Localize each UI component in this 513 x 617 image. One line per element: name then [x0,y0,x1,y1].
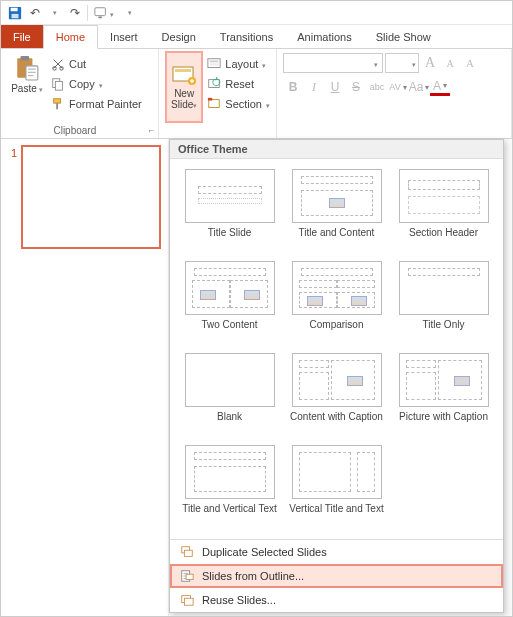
reset-label: Reset [225,78,254,90]
svg-rect-1 [11,7,18,11]
tab-design[interactable]: Design [150,25,208,48]
spacing-button[interactable]: AV [388,77,408,97]
chevron-down-icon [110,6,114,20]
customize-qat-button[interactable] [120,3,140,23]
svg-rect-4 [98,16,102,18]
group-label-clipboard: Clipboard [53,125,96,136]
quick-access-toolbar: ↶ ↷ [1,1,512,25]
tab-animations[interactable]: Animations [285,25,363,48]
svg-rect-19 [210,63,219,66]
ribbon-tabs: File Home Insert Design Transitions Anim… [1,25,512,49]
clipboard-launcher[interactable]: ⌐ [149,125,158,135]
strike-button[interactable]: S [346,77,366,97]
undo-button[interactable]: ↶ [25,3,45,23]
group-clipboard: Paste Cut Copy Format Painter Clipboard⌐ [1,49,159,138]
svg-rect-15 [175,69,191,72]
chevron-down-icon [266,98,270,110]
new-slide-gallery: Office Theme Title Slide Title and Conte… [169,139,504,613]
undo-dropdown[interactable] [45,3,65,23]
clear-format-button[interactable]: A [461,53,479,73]
chevron-down-icon [262,58,266,70]
slide-thumbnail-1[interactable] [21,145,161,249]
layout-title-and-vertical-text[interactable]: Title and Vertical Text [176,441,283,533]
font-color-button[interactable]: A [430,78,450,96]
svg-rect-18 [210,61,219,63]
tab-home[interactable]: Home [43,25,98,49]
svg-rect-2 [12,13,19,17]
section-label: Section [225,98,262,110]
new-slide-label: New Slide [171,88,194,110]
svg-rect-3 [95,7,106,15]
redo-button[interactable]: ↷ [65,3,85,23]
layout-content-with-caption[interactable]: Content with Caption [283,349,390,441]
group-slides: New Slide Layout Reset Section [159,49,277,138]
slide-number: 1 [11,147,17,159]
paste-label: Paste [11,83,37,94]
change-case-button[interactable]: Aa [409,77,429,97]
layout-vertical-title-and-text[interactable]: Vertical Title and Text [283,441,390,533]
tab-slideshow[interactable]: Slide Show [364,25,443,48]
slide-thumbnails-panel: 1 [1,139,169,616]
font-name-combo[interactable] [283,53,383,73]
menu-slides-from-outline[interactable]: Slides from Outline... [170,564,503,588]
layout-section-header[interactable]: Section Header [390,165,497,257]
separator [87,5,88,21]
svg-rect-28 [184,598,193,605]
paste-button[interactable]: Paste [7,51,47,94]
save-button[interactable] [5,3,25,23]
chevron-down-icon [374,57,378,69]
start-slideshow-button[interactable] [94,3,114,23]
svg-rect-12 [54,99,61,103]
layout-picture-with-caption[interactable]: Picture with Caption [390,349,497,441]
svg-rect-13 [56,103,58,109]
tab-transitions[interactable]: Transitions [208,25,285,48]
italic-button[interactable]: I [304,77,324,97]
work-area: 1 Office Theme Title Slide Title and Con… [1,139,512,616]
reset-button[interactable]: Reset [207,75,270,93]
gallery-heading: Office Theme [170,140,503,159]
menu-reuse-slides[interactable]: Reuse Slides... [170,588,503,612]
font-size-combo[interactable] [385,53,419,73]
format-painter-label: Format Painter [69,98,142,110]
gallery-footer: Duplicate Selected Slides Slides from Ou… [170,539,503,612]
layout-label: Layout [225,58,258,70]
chevron-down-icon [39,83,43,94]
shadow-button[interactable]: abc [367,77,387,97]
format-painter-button[interactable]: Format Painter [51,95,142,113]
tab-file[interactable]: File [1,25,43,48]
layout-title-slide[interactable]: Title Slide [176,165,283,257]
copy-label: Copy [69,78,95,90]
svg-rect-22 [208,98,212,101]
svg-rect-21 [209,100,220,108]
svg-rect-26 [186,574,193,579]
layout-two-content[interactable]: Two Content [176,257,283,349]
new-slide-button[interactable]: New Slide [165,51,203,123]
bold-button[interactable]: B [283,77,303,97]
layout-blank[interactable]: Blank [176,349,283,441]
chevron-down-icon [193,99,197,110]
layout-button[interactable]: Layout [207,55,270,73]
copy-button[interactable]: Copy [51,75,142,93]
layout-comparison[interactable]: Comparison [283,257,390,349]
chevron-down-icon [99,78,103,90]
svg-rect-20 [209,80,220,88]
svg-rect-11 [55,81,62,90]
menu-duplicate-slides[interactable]: Duplicate Selected Slides [170,540,503,564]
layout-title-only[interactable]: Title Only [390,257,497,349]
cut-button[interactable]: Cut [51,55,142,73]
cut-label: Cut [69,58,86,70]
layout-title-and-content[interactable]: Title and Content [283,165,390,257]
shrink-font-button[interactable]: A [441,53,459,73]
group-font: A A A B I U S abc AV Aa A [277,49,512,138]
underline-button[interactable]: U [325,77,345,97]
svg-rect-6 [21,56,30,60]
layout-grid: Title Slide Title and Content Section He… [170,159,503,539]
slide-canvas: Office Theme Title Slide Title and Conte… [169,139,512,616]
grow-font-button[interactable]: A [421,53,439,73]
svg-rect-24 [184,550,192,556]
chevron-down-icon [412,57,416,69]
section-button[interactable]: Section [207,95,270,113]
tab-insert[interactable]: Insert [98,25,150,48]
ribbon: Paste Cut Copy Format Painter Clipboard⌐ [1,49,512,139]
